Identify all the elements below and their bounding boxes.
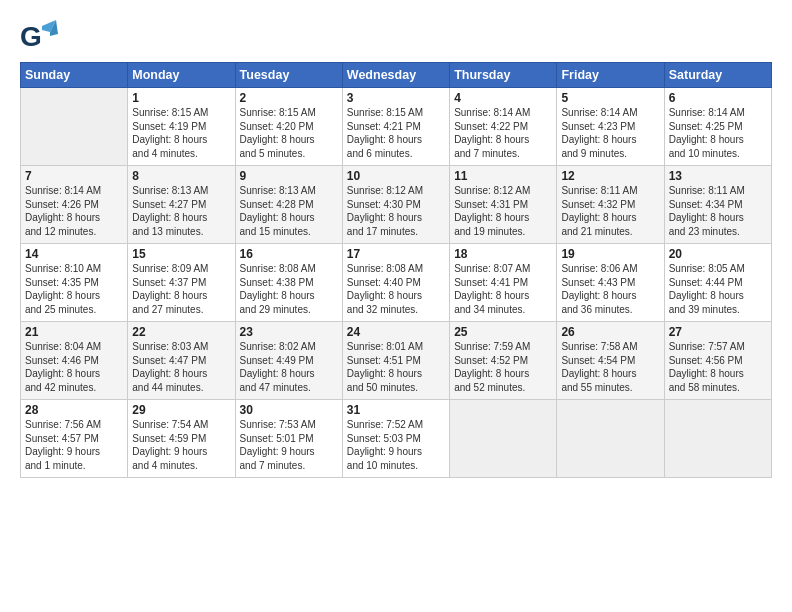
- calendar-cell: 10Sunrise: 8:12 AM Sunset: 4:30 PM Dayli…: [342, 166, 449, 244]
- calendar-cell: 22Sunrise: 8:03 AM Sunset: 4:47 PM Dayli…: [128, 322, 235, 400]
- day-info: Sunrise: 8:14 AM Sunset: 4:25 PM Dayligh…: [669, 106, 767, 160]
- day-number: 29: [132, 403, 230, 417]
- day-info: Sunrise: 8:02 AM Sunset: 4:49 PM Dayligh…: [240, 340, 338, 394]
- day-number: 27: [669, 325, 767, 339]
- calendar-cell: 12Sunrise: 8:11 AM Sunset: 4:32 PM Dayli…: [557, 166, 664, 244]
- calendar-cell: 20Sunrise: 8:05 AM Sunset: 4:44 PM Dayli…: [664, 244, 771, 322]
- day-number: 10: [347, 169, 445, 183]
- calendar-week-1: 1Sunrise: 8:15 AM Sunset: 4:19 PM Daylig…: [21, 88, 772, 166]
- logo: G: [20, 18, 62, 56]
- calendar-cell: [664, 400, 771, 478]
- day-number: 24: [347, 325, 445, 339]
- calendar-cell: 27Sunrise: 7:57 AM Sunset: 4:56 PM Dayli…: [664, 322, 771, 400]
- day-number: 4: [454, 91, 552, 105]
- calendar-cell: 11Sunrise: 8:12 AM Sunset: 4:31 PM Dayli…: [450, 166, 557, 244]
- day-info: Sunrise: 8:10 AM Sunset: 4:35 PM Dayligh…: [25, 262, 123, 316]
- day-number: 9: [240, 169, 338, 183]
- calendar-cell: 3Sunrise: 8:15 AM Sunset: 4:21 PM Daylig…: [342, 88, 449, 166]
- day-number: 19: [561, 247, 659, 261]
- day-info: Sunrise: 8:15 AM Sunset: 4:19 PM Dayligh…: [132, 106, 230, 160]
- day-number: 16: [240, 247, 338, 261]
- header: G: [20, 18, 772, 56]
- day-info: Sunrise: 7:57 AM Sunset: 4:56 PM Dayligh…: [669, 340, 767, 394]
- day-info: Sunrise: 8:07 AM Sunset: 4:41 PM Dayligh…: [454, 262, 552, 316]
- day-info: Sunrise: 8:03 AM Sunset: 4:47 PM Dayligh…: [132, 340, 230, 394]
- weekday-header-tuesday: Tuesday: [235, 63, 342, 88]
- day-number: 22: [132, 325, 230, 339]
- day-info: Sunrise: 8:13 AM Sunset: 4:27 PM Dayligh…: [132, 184, 230, 238]
- calendar-cell: 6Sunrise: 8:14 AM Sunset: 4:25 PM Daylig…: [664, 88, 771, 166]
- calendar-cell: 26Sunrise: 7:58 AM Sunset: 4:54 PM Dayli…: [557, 322, 664, 400]
- day-number: 15: [132, 247, 230, 261]
- calendar-cell: 19Sunrise: 8:06 AM Sunset: 4:43 PM Dayli…: [557, 244, 664, 322]
- calendar-page: G SundayMondayTuesdayWednesdayThursdayFr…: [0, 0, 792, 612]
- calendar-cell: 21Sunrise: 8:04 AM Sunset: 4:46 PM Dayli…: [21, 322, 128, 400]
- day-info: Sunrise: 8:13 AM Sunset: 4:28 PM Dayligh…: [240, 184, 338, 238]
- day-info: Sunrise: 7:56 AM Sunset: 4:57 PM Dayligh…: [25, 418, 123, 472]
- calendar-cell: 9Sunrise: 8:13 AM Sunset: 4:28 PM Daylig…: [235, 166, 342, 244]
- day-number: 30: [240, 403, 338, 417]
- day-number: 28: [25, 403, 123, 417]
- calendar-cell: 17Sunrise: 8:08 AM Sunset: 4:40 PM Dayli…: [342, 244, 449, 322]
- calendar-cell: [21, 88, 128, 166]
- weekday-header-row: SundayMondayTuesdayWednesdayThursdayFrid…: [21, 63, 772, 88]
- day-info: Sunrise: 8:08 AM Sunset: 4:40 PM Dayligh…: [347, 262, 445, 316]
- weekday-header-sunday: Sunday: [21, 63, 128, 88]
- calendar-cell: 13Sunrise: 8:11 AM Sunset: 4:34 PM Dayli…: [664, 166, 771, 244]
- day-number: 25: [454, 325, 552, 339]
- day-info: Sunrise: 8:12 AM Sunset: 4:30 PM Dayligh…: [347, 184, 445, 238]
- calendar-cell: 14Sunrise: 8:10 AM Sunset: 4:35 PM Dayli…: [21, 244, 128, 322]
- weekday-header-monday: Monday: [128, 63, 235, 88]
- day-number: 17: [347, 247, 445, 261]
- calendar-cell: 1Sunrise: 8:15 AM Sunset: 4:19 PM Daylig…: [128, 88, 235, 166]
- day-info: Sunrise: 7:52 AM Sunset: 5:03 PM Dayligh…: [347, 418, 445, 472]
- calendar-cell: [557, 400, 664, 478]
- calendar-cell: 24Sunrise: 8:01 AM Sunset: 4:51 PM Dayli…: [342, 322, 449, 400]
- day-info: Sunrise: 8:11 AM Sunset: 4:34 PM Dayligh…: [669, 184, 767, 238]
- day-info: Sunrise: 8:15 AM Sunset: 4:20 PM Dayligh…: [240, 106, 338, 160]
- calendar-cell: 25Sunrise: 7:59 AM Sunset: 4:52 PM Dayli…: [450, 322, 557, 400]
- day-info: Sunrise: 8:09 AM Sunset: 4:37 PM Dayligh…: [132, 262, 230, 316]
- weekday-header-friday: Friday: [557, 63, 664, 88]
- day-info: Sunrise: 8:11 AM Sunset: 4:32 PM Dayligh…: [561, 184, 659, 238]
- calendar-cell: 23Sunrise: 8:02 AM Sunset: 4:49 PM Dayli…: [235, 322, 342, 400]
- calendar-week-2: 7Sunrise: 8:14 AM Sunset: 4:26 PM Daylig…: [21, 166, 772, 244]
- day-info: Sunrise: 7:59 AM Sunset: 4:52 PM Dayligh…: [454, 340, 552, 394]
- day-info: Sunrise: 8:12 AM Sunset: 4:31 PM Dayligh…: [454, 184, 552, 238]
- calendar-cell: 18Sunrise: 8:07 AM Sunset: 4:41 PM Dayli…: [450, 244, 557, 322]
- day-number: 23: [240, 325, 338, 339]
- weekday-header-saturday: Saturday: [664, 63, 771, 88]
- day-info: Sunrise: 8:14 AM Sunset: 4:23 PM Dayligh…: [561, 106, 659, 160]
- day-number: 26: [561, 325, 659, 339]
- calendar-cell: 5Sunrise: 8:14 AM Sunset: 4:23 PM Daylig…: [557, 88, 664, 166]
- day-info: Sunrise: 8:14 AM Sunset: 4:22 PM Dayligh…: [454, 106, 552, 160]
- day-info: Sunrise: 8:06 AM Sunset: 4:43 PM Dayligh…: [561, 262, 659, 316]
- calendar-cell: 4Sunrise: 8:14 AM Sunset: 4:22 PM Daylig…: [450, 88, 557, 166]
- day-number: 5: [561, 91, 659, 105]
- day-number: 13: [669, 169, 767, 183]
- day-number: 1: [132, 91, 230, 105]
- calendar-cell: 31Sunrise: 7:52 AM Sunset: 5:03 PM Dayli…: [342, 400, 449, 478]
- logo-icon: G: [20, 18, 58, 56]
- weekday-header-wednesday: Wednesday: [342, 63, 449, 88]
- weekday-header-thursday: Thursday: [450, 63, 557, 88]
- calendar-table: SundayMondayTuesdayWednesdayThursdayFrid…: [20, 62, 772, 478]
- svg-text:G: G: [20, 21, 42, 52]
- day-number: 3: [347, 91, 445, 105]
- calendar-cell: 29Sunrise: 7:54 AM Sunset: 4:59 PM Dayli…: [128, 400, 235, 478]
- day-info: Sunrise: 8:05 AM Sunset: 4:44 PM Dayligh…: [669, 262, 767, 316]
- day-info: Sunrise: 7:58 AM Sunset: 4:54 PM Dayligh…: [561, 340, 659, 394]
- calendar-cell: 28Sunrise: 7:56 AM Sunset: 4:57 PM Dayli…: [21, 400, 128, 478]
- calendar-week-5: 28Sunrise: 7:56 AM Sunset: 4:57 PM Dayli…: [21, 400, 772, 478]
- day-info: Sunrise: 7:54 AM Sunset: 4:59 PM Dayligh…: [132, 418, 230, 472]
- day-number: 2: [240, 91, 338, 105]
- day-info: Sunrise: 8:08 AM Sunset: 4:38 PM Dayligh…: [240, 262, 338, 316]
- calendar-cell: 16Sunrise: 8:08 AM Sunset: 4:38 PM Dayli…: [235, 244, 342, 322]
- day-info: Sunrise: 8:15 AM Sunset: 4:21 PM Dayligh…: [347, 106, 445, 160]
- day-number: 20: [669, 247, 767, 261]
- day-number: 8: [132, 169, 230, 183]
- calendar-week-4: 21Sunrise: 8:04 AM Sunset: 4:46 PM Dayli…: [21, 322, 772, 400]
- day-number: 18: [454, 247, 552, 261]
- calendar-cell: 30Sunrise: 7:53 AM Sunset: 5:01 PM Dayli…: [235, 400, 342, 478]
- calendar-cell: 15Sunrise: 8:09 AM Sunset: 4:37 PM Dayli…: [128, 244, 235, 322]
